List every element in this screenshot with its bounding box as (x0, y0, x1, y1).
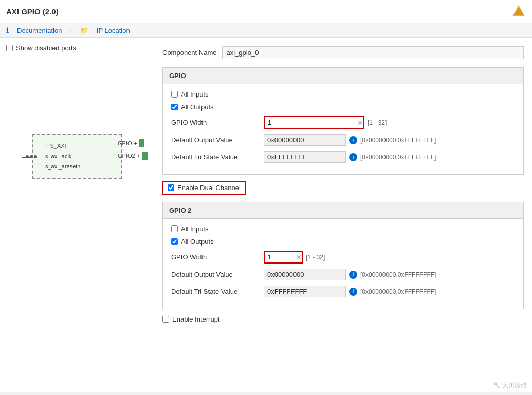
ip-location-link[interactable]: IP Location (97, 27, 130, 34)
gpio-all-inputs-label: All Inputs (181, 90, 208, 98)
gpio2-default-tri-range: [0x00000000,0xFFFFFFFF] (360, 288, 436, 295)
gpio2-section-content: All Inputs All Outputs GPIO Width ✕ (163, 219, 523, 309)
gpio2-width-row: GPIO Width ✕ [1 - 32] (171, 251, 515, 264)
gpio-default-output-input[interactable] (264, 134, 346, 146)
gpio-width-input-group: ✕ [1 - 32] (264, 116, 387, 129)
svg-marker-1 (513, 7, 524, 15)
separator: | (70, 27, 71, 34)
gpio2-port: GPIO2 + (118, 152, 148, 160)
gpio-all-inputs-checkbox[interactable] (171, 91, 178, 98)
page-title: AXI GPIO (2.0) (6, 7, 59, 16)
component-box: + S_AXI s_axi_aclk s_axi_aresetn GPIO + … (32, 134, 122, 179)
gpio-default-tri-row: Default Tri State Value i [0x00000000,0x… (171, 151, 515, 163)
gpio-default-output-label: Default Output Value (171, 136, 259, 144)
port-aclk: s_axi_aclk (45, 152, 113, 162)
gpio2-all-inputs-checkbox[interactable] (171, 225, 178, 232)
gpio-all-inputs-row: All Inputs (171, 90, 515, 98)
port-aresetn: s_axi_aresetn (45, 162, 113, 172)
gpio-default-tri-range: [0x00000000,0xFFFFFFFF] (360, 154, 436, 161)
gpio2-default-tri-row: Default Tri State Value i [0x00000000,0x… (171, 286, 515, 297)
ip-location-label: IP Location (97, 27, 130, 34)
gpio-width-input-wrapper: ✕ (264, 116, 364, 129)
gpio-default-tri-label: Default Tri State Value (171, 153, 259, 161)
gpio2-width-input-group: ✕ [1 - 32] (264, 251, 325, 264)
right-panel: Component Name GPIO All Inputs All Outpu… (154, 38, 532, 392)
gpio-default-output-input-group: i [0x00000000,0xFFFFFFFF] (264, 134, 436, 146)
documentation-label: Documentation (17, 27, 62, 34)
gpio-all-outputs-row: All Outputs (171, 103, 515, 111)
gpio2-all-inputs-label: All Inputs (181, 225, 208, 233)
main-layout: Show disabled ports (0, 38, 532, 392)
gpio-default-output-info-icon[interactable]: i (349, 136, 357, 144)
gpio-width-clear-btn[interactable]: ✕ (357, 119, 363, 127)
gpio-width-label: GPIO Width (171, 119, 259, 126)
gpio2-section-title: GPIO 2 (163, 202, 523, 219)
right-ports: GPIO + GPIO2 + (118, 139, 148, 160)
gpio2-all-outputs-label: All Outputs (181, 238, 214, 246)
gpio2-default-output-label: Default Output Value (171, 271, 259, 278)
gpio-default-output-row: Default Output Value i [0x00000000,0xFFF… (171, 134, 515, 146)
show-disabled-ports-label[interactable]: Show disabled ports (6, 44, 148, 52)
gpio2-section: GPIO 2 All Inputs All Outputs GPIO Width (162, 202, 524, 309)
gpio2-default-output-input-group: i [0x00000000,0xFFFFFFFF] (264, 269, 436, 280)
gpio2-all-outputs-checkbox[interactable] (171, 238, 178, 245)
component-name-label: Component Name (162, 49, 217, 57)
gpio2-default-tri-input-group: i [0x00000000,0xFFFFFFFF] (264, 286, 436, 297)
component-name-row: Component Name (162, 46, 524, 59)
gpio-all-outputs-checkbox[interactable] (171, 104, 178, 110)
gpio-section: GPIO All Inputs All Outputs GPIO Width (162, 67, 524, 175)
gpio2-width-label: GPIO Width (171, 253, 259, 261)
enable-dual-channel-label: Enable Dual Channel (177, 184, 241, 192)
gpio2-default-output-info-icon[interactable]: i (349, 271, 357, 279)
gpio-width-input[interactable] (265, 117, 357, 128)
gpio-section-content: All Inputs All Outputs GPIO Width ✕ (163, 84, 523, 174)
port-plus: + S_AXI (45, 141, 113, 152)
title-bar: AXI GPIO (2.0) (0, 0, 532, 23)
diagram-wrapper: + S_AXI s_axi_aclk s_axi_aresetn GPIO + … (32, 134, 122, 179)
gpio2-width-input[interactable] (265, 252, 296, 262)
gpio2-width-input-wrapper: ✕ (264, 251, 303, 264)
enable-dual-channel-box: Enable Dual Channel (162, 181, 246, 195)
gpio2-default-tri-input[interactable] (264, 286, 346, 297)
gpio2-width-range: [1 - 32] (306, 254, 325, 261)
show-disabled-ports-checkbox[interactable] (6, 45, 13, 51)
gpio2-default-tri-info-icon[interactable]: i (349, 288, 357, 296)
gpio-all-outputs-label: All Outputs (181, 103, 214, 111)
gpio2-all-outputs-row: All Outputs (171, 238, 515, 246)
gpio2-all-inputs-row: All Inputs (171, 225, 515, 233)
gpio-width-row: GPIO Width ✕ [1 - 32] (171, 116, 515, 129)
logo-icon (511, 4, 526, 18)
gpio2-default-output-row: Default Output Value i [0x00000000,0xFFF… (171, 269, 515, 280)
gpio-default-tri-input[interactable] (264, 151, 346, 163)
gpio-section-title: GPIO (163, 68, 523, 84)
toolbar: ℹ Documentation | 📁 IP Location (0, 23, 532, 38)
folder-icon: 📁 (80, 27, 88, 34)
enable-interrupt-checkbox[interactable] (162, 316, 169, 323)
gpio2-width-clear-btn[interactable]: ✕ (296, 253, 302, 261)
component-name-input[interactable] (222, 46, 524, 59)
watermark: 🔧 大川搬砖 (493, 381, 527, 390)
component-ports: + S_AXI s_axi_aclk s_axi_aresetn (45, 141, 113, 172)
info-icon: ℹ (6, 26, 9, 34)
gpio2-default-tri-label: Default Tri State Value (171, 288, 259, 295)
documentation-link[interactable]: Documentation (17, 27, 62, 34)
gpio2-default-output-range: [0x00000000,0xFFFFFFFF] (360, 271, 436, 278)
left-connector (22, 157, 33, 158)
gpio-default-tri-info-icon[interactable]: i (349, 153, 357, 161)
gpio-default-output-range: [0x00000000,0xFFFFFFFF] (360, 137, 436, 144)
gpio-width-range: [1 - 32] (368, 119, 387, 126)
left-panel: Show disabled ports (0, 38, 154, 392)
gpio2-default-output-input[interactable] (264, 269, 346, 280)
enable-dual-channel-checkbox[interactable] (168, 184, 174, 191)
gpio-port: GPIO + (118, 139, 148, 147)
component-diagram-area: + S_AXI s_axi_aclk s_axi_aresetn GPIO + … (6, 134, 148, 179)
enable-interrupt-row: Enable Interrupt (162, 315, 524, 323)
enable-interrupt-label: Enable Interrupt (172, 315, 220, 323)
gpio-default-tri-input-group: i [0x00000000,0xFFFFFFFF] (264, 151, 436, 163)
